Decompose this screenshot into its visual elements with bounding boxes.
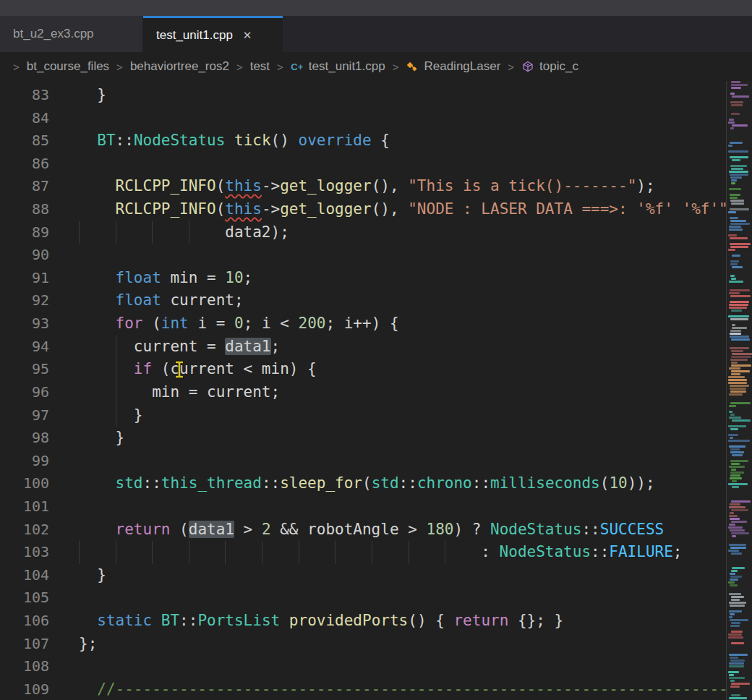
code-line[interactable]: 92 float current;: [0, 289, 726, 312]
code-line[interactable]: 103 : NodeStatus::FAILURE;: [0, 541, 726, 564]
minimap-line: [731, 278, 735, 280]
minimap-line: [730, 385, 750, 387]
tab-close-icon[interactable]: ✕: [243, 30, 252, 40]
minimap-line: [730, 174, 748, 176]
minimap-line: [730, 200, 744, 202]
minimap-line: [730, 512, 733, 514]
line-number: 86: [0, 153, 49, 176]
minimap[interactable]: [726, 81, 752, 700]
minimap-line: [730, 246, 748, 248]
line-number: 95: [0, 358, 49, 381]
minimap-line: [728, 121, 735, 124]
minimap-line: [731, 631, 743, 633]
minimap-line: [730, 625, 740, 627]
minimap-line: [730, 584, 738, 586]
minimap-line: [730, 176, 742, 179]
minimap-line: [732, 159, 740, 161]
line-number: 109: [0, 678, 49, 700]
minimap-line: [731, 622, 740, 624]
indent-guide: [189, 541, 189, 564]
tab-test-unit1[interactable]: test_unit1.cpp ✕: [143, 16, 283, 52]
code-text: data2);: [79, 221, 289, 244]
minimap-line: [732, 454, 743, 456]
line-number: 101: [0, 495, 49, 518]
line-number: 87: [0, 175, 49, 198]
minimap-line: [731, 168, 743, 170]
code-line[interactable]: 99: [0, 450, 726, 473]
minimap-line: [730, 243, 751, 245]
minimap-line: [730, 217, 738, 219]
code-line[interactable]: 87 RCLCPP_INFO(this->get_logger(), "This…: [0, 175, 726, 198]
line-number: 106: [0, 610, 49, 633]
tab-bt-u2-ex3[interactable]: bt_u2_ex3.cpp: [0, 16, 143, 52]
code-editor[interactable]: 83 }8485 BT::NodeStatus tick() override …: [0, 81, 752, 700]
minimap-line: [730, 156, 748, 158]
breadcrumb-item-topic[interactable]: topic_c: [520, 59, 580, 74]
code-line[interactable]: 109 //----------------------------------…: [0, 678, 726, 700]
minimap-line: [732, 535, 736, 537]
minimap-line: [732, 124, 748, 127]
minimap-line: [729, 524, 735, 526]
indent-guide: [116, 336, 116, 359]
minimap-line: [731, 350, 744, 352]
minimap-line: [730, 471, 744, 474]
code-line[interactable]: 90: [0, 244, 726, 267]
line-number: 98: [0, 427, 49, 450]
code-line[interactable]: 97 }: [0, 404, 726, 427]
minimap-line: [729, 466, 745, 468]
code-line[interactable]: 83 }: [0, 84, 726, 107]
breadcrumb-item-test[interactable]: test: [249, 59, 271, 74]
minimap-line: [732, 419, 751, 422]
code-line[interactable]: 106 static BT::PortsList providedPorts()…: [0, 610, 726, 633]
minimap-line: [730, 295, 750, 297]
minimap-line: [731, 683, 750, 685]
minimap-line: [728, 145, 732, 147]
minimap-line: [730, 660, 745, 662]
code-line[interactable]: 94 current = data1;: [0, 336, 726, 359]
minimap-line: [728, 483, 748, 485]
minimap-line: [729, 292, 740, 294]
code-line[interactable]: 108: [0, 655, 726, 678]
code-line[interactable]: 107};: [0, 633, 726, 656]
minimap-line: [729, 307, 748, 309]
breadcrumb-item-test-unit1-cpp[interactable]: C+ test_unit1.cpp: [289, 59, 387, 74]
cpp-file-icon: C+: [291, 60, 304, 73]
code-line[interactable]: 100 std::this_thread::sleep_for(std::chr…: [0, 472, 726, 495]
chevron-right-icon: >: [111, 61, 129, 73]
code-line[interactable]: 105: [0, 586, 726, 610]
minimap-line: [729, 411, 732, 413]
code-line[interactable]: 86: [0, 153, 726, 176]
code-line[interactable]: 88 RCLCPP_INFO(this->get_logger(), "NODE…: [0, 198, 726, 221]
minimap-line: [728, 636, 743, 639]
indent-guide: [152, 541, 153, 564]
code-line[interactable]: 104 }: [0, 564, 726, 587]
code-text: RCLCPP_INFO(this->get_logger(), "NODE : …: [79, 198, 726, 221]
code-line[interactable]: 102 return (data1 > 2 && robotAngle > 18…: [0, 518, 726, 542]
minimap-line: [728, 581, 735, 584]
code-line[interactable]: 91 float min = 10;: [0, 267, 726, 290]
code-line[interactable]: 85 BT::NodeStatus tick() override {: [0, 129, 726, 153]
line-number: 83: [0, 84, 49, 107]
minimap-line: [730, 573, 736, 575]
code-line[interactable]: 95 if (current < min) {: [0, 358, 726, 381]
minimap-line: [732, 324, 736, 326]
line-number: 84: [0, 107, 49, 130]
breadcrumb-item-bt-course-files[interactable]: bt_course_files: [25, 59, 111, 74]
code-line[interactable]: 98 }: [0, 427, 726, 450]
line-number: 104: [0, 564, 49, 587]
line-number: 85: [0, 129, 49, 153]
code-line[interactable]: 89 data2);: [0, 221, 726, 244]
vscode-window: bt_u2_ex3.cpp test_unit1.cpp ✕ > bt_cour…: [0, 0, 752, 700]
code-line[interactable]: 93 for (int i = 0; i < 200; i++) {: [0, 312, 726, 336]
breadcrumb-item-behaviortree-ros2[interactable]: behaviortree_ros2: [129, 59, 231, 74]
minimap-line: [731, 81, 740, 83]
code-text: if (current < min) {: [79, 358, 317, 381]
code-line[interactable]: 101: [0, 495, 726, 518]
code-line[interactable]: 84: [0, 107, 726, 130]
code-text: BT::NodeStatus tick() override {: [79, 129, 390, 153]
minimap-line: [729, 229, 742, 231]
code-text: RCLCPP_INFO(this->get_logger(), "This is…: [79, 175, 655, 198]
code-line[interactable]: 96 min = current;: [0, 381, 726, 404]
minimap-line: [729, 674, 733, 676]
breadcrumb-item-readinglaser[interactable]: ReadingLaser: [404, 59, 502, 74]
